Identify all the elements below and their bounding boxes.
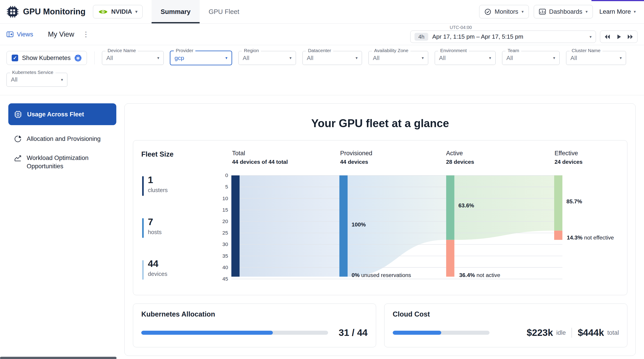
views-panel-icon — [6, 31, 14, 37]
filter-datacenter[interactable]: Datacenter All ▾ — [302, 51, 362, 65]
chevron-down-icon: ▾ — [61, 78, 63, 82]
filter-environment[interactable]: Environment All ▾ — [435, 51, 496, 65]
page-tabs: Summary GPU Fleet — [152, 0, 248, 23]
sidebar-item-usage-across-fleet[interactable]: Usage Across Fleet — [8, 103, 116, 125]
cloud-cost-total-value: $444k — [578, 327, 604, 338]
divider — [572, 328, 572, 338]
learn-more-label: Learn More — [599, 8, 631, 15]
tab-summary[interactable]: Summary — [152, 0, 200, 23]
time-navigation — [600, 31, 638, 43]
views-button[interactable]: Views — [6, 31, 33, 38]
cloud-cost-idle-label: idle — [556, 329, 566, 336]
chevron-down-icon: ▾ — [522, 10, 524, 14]
checkbox-checked-icon: ✓ — [12, 55, 18, 61]
gpu-chip-icon — [14, 110, 22, 119]
chevron-down-icon: ▾ — [553, 56, 555, 60]
time-forward-button[interactable] — [624, 32, 636, 42]
current-view-name[interactable]: My View — [48, 30, 74, 39]
chevron-down-icon: ▾ — [226, 56, 228, 60]
sidebar-item-allocation-provisioning[interactable]: Allocation and Provisioning — [8, 129, 116, 148]
monitors-label: Monitors — [495, 8, 518, 15]
sidebar-item-label: Usage Across Fleet — [27, 110, 84, 118]
vendor-select-value: NVIDIA — [111, 8, 132, 15]
legend-devices: 44devices — [142, 259, 167, 280]
filter-cluster-name[interactable]: Cluster Name All ▾ — [566, 51, 626, 65]
kubernetes-allocation-card: Kubernetes Allocation 31 / 44 — [133, 303, 376, 347]
sidebar-item-label: Workload Optimization Opportunities — [27, 154, 110, 170]
time-controls: UTC-04:00 4h Apr 17, 1:15 pm – Apr 17, 5… — [410, 26, 638, 43]
chevron-down-icon: ▾ — [136, 10, 138, 14]
time-range-picker[interactable]: 4h Apr 17, 1:15 pm – Apr 17, 5:15 pm ▾ — [410, 31, 596, 43]
kebab-menu-icon[interactable]: ⋮ — [82, 30, 89, 39]
chevron-down-icon: ▾ — [356, 56, 358, 60]
kubernetes-allocation-title: Kubernetes Allocation — [141, 310, 368, 318]
filter-team[interactable]: Team All ▾ — [502, 51, 560, 65]
svg-text:0: 0 — [225, 173, 228, 178]
horizontal-scrollbar-thumb[interactable] — [0, 357, 116, 359]
show-kubernetes-toggle[interactable]: ✓ Show Kubernetes — [6, 51, 87, 65]
svg-text:35: 35 — [222, 253, 228, 259]
time-back-button[interactable] — [602, 32, 613, 42]
monitors-button[interactable]: Monitors ▾ — [479, 5, 529, 19]
cloud-cost-total-label: total — [607, 329, 619, 336]
nvidia-logo-icon — [98, 9, 108, 15]
dashboard-icon — [539, 9, 546, 15]
tab-gpu-fleet[interactable]: GPU Fleet — [200, 0, 248, 23]
annotation-not-effective: 14.3% not effective — [567, 235, 614, 241]
pie-chart-icon — [14, 135, 22, 143]
page-title: Your GPU fleet at a glance — [133, 117, 628, 130]
divider — [94, 52, 95, 65]
chevron-down-icon: ▾ — [290, 56, 292, 60]
column-header-effective: Effective 24 devices — [554, 150, 582, 165]
svg-text:45: 45 — [222, 276, 228, 282]
vendor-select[interactable]: NVIDIA ▾ — [93, 5, 142, 19]
cloud-cost-progress — [393, 331, 490, 335]
cloud-cost-card: Cloud Cost $223k idle $444k total — [384, 303, 628, 347]
column-header-provisioned: Provisioned 44 devices — [340, 150, 372, 165]
cloud-cost-idle-value: $223k — [527, 327, 553, 338]
trend-chart-icon — [14, 154, 22, 162]
chevron-down-icon: ▾ — [422, 56, 424, 60]
cloud-cost-title: Cloud Cost — [393, 310, 619, 318]
svg-text:30: 30 — [222, 241, 228, 247]
time-play-button[interactable] — [613, 32, 624, 42]
filter-device-name[interactable]: Device Name All ▾ — [102, 51, 164, 65]
chevron-down-icon: ▾ — [620, 56, 622, 60]
sidebar-item-label: Allocation and Provisioning — [27, 135, 100, 143]
column-header-total: Total 44 devices of 44 total — [232, 150, 288, 165]
filter-region[interactable]: Region All ▾ — [238, 51, 296, 65]
svg-text:40: 40 — [222, 264, 228, 270]
fleet-overview-panel: Your GPU fleet at a glance Fleet Size To… — [124, 103, 636, 356]
views-label: Views — [17, 31, 33, 38]
annotation-unused-reservations: 0% unused reservations — [352, 272, 411, 278]
kubernetes-icon — [74, 54, 82, 62]
app-title: GPU Monitoring — [23, 7, 85, 17]
monitor-check-icon — [484, 8, 491, 15]
learn-more-button[interactable]: Learn More ▾ — [598, 5, 638, 18]
legend-clusters: 1clusters — [142, 175, 168, 196]
top-navigation: GPU Monitoring NVIDIA ▾ Summary GPU Flee… — [0, 0, 644, 24]
svg-text:10: 10 — [222, 195, 228, 201]
section-sidebar: Usage Across Fleet Allocation and Provis… — [8, 103, 116, 175]
time-range-shortcut-badge: 4h — [414, 33, 428, 41]
kubernetes-allocation-progress — [141, 331, 328, 335]
filter-provider[interactable]: Provider gcp ▾ — [170, 51, 232, 65]
annotation-effective-percent: 85.7% — [566, 198, 582, 205]
chevron-down-icon: ▾ — [586, 10, 588, 14]
fleet-funnel-chart: 051015202530354045 — [215, 173, 577, 283]
filter-availability-zone[interactable]: Availability Zone All ▾ — [368, 51, 428, 65]
show-kubernetes-label: Show Kubernetes — [22, 54, 70, 62]
filter-kubernetes-service[interactable]: Kubernetes Service All ▾ — [6, 73, 67, 87]
filters-section: ✓ Show Kubernetes Device Name All ▾ — [0, 45, 644, 95]
legend-hosts: 7hosts — [142, 217, 162, 238]
dashboards-button[interactable]: Dashboards ▾ — [534, 5, 593, 19]
time-range-value: Apr 17, 1:15 pm – Apr 17, 5:15 pm — [432, 33, 523, 40]
svg-text:25: 25 — [222, 230, 228, 236]
kubernetes-allocation-value: 31 / 44 — [338, 327, 368, 338]
dashboards-label: Dashboards — [549, 8, 582, 15]
annotation-active-percent: 63.6% — [458, 202, 474, 209]
sidebar-item-workload-optimization[interactable]: Workload Optimization Opportunities — [8, 148, 116, 176]
fleet-funnel-card: Fleet Size Total 44 devices of 44 total … — [133, 140, 628, 295]
fleet-size-label: Fleet Size — [141, 150, 173, 158]
annotation-not-active: 36.4% not active — [459, 272, 500, 278]
